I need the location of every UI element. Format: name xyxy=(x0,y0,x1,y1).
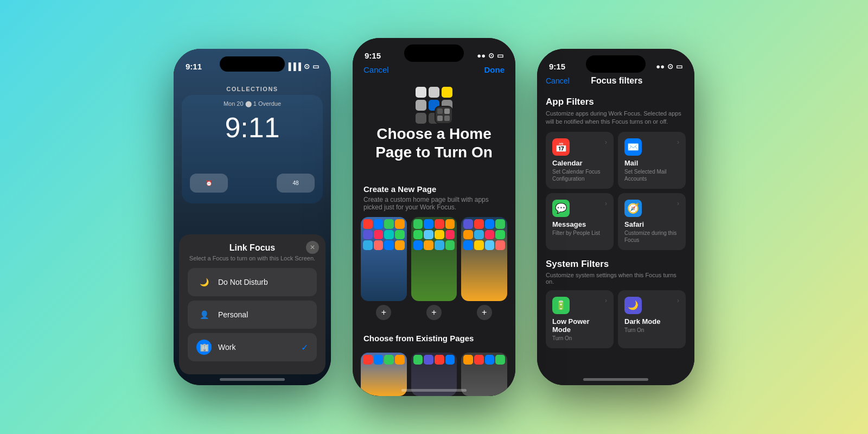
signal-icon-center: ●● xyxy=(477,52,486,60)
lock-time: 9:11 xyxy=(225,111,279,144)
mail-filter-name: Mail xyxy=(624,159,679,167)
phone-center: 9:15 ●● ⊙ ▭ Cancel Done xyxy=(353,38,515,396)
svg-rect-6 xyxy=(416,113,426,124)
svg-rect-12 xyxy=(437,116,443,121)
safari-filter-card[interactable]: 🧭 Safari Customize during this Focus › xyxy=(618,193,686,250)
left-screen: 9:11 ▐▐▐ ⊙ ▭ COLLECTIONS Mon 20 ⬤ 1 Over… xyxy=(174,49,331,385)
focus-option-personal[interactable]: 👤 Personal xyxy=(188,301,317,329)
choose-title: Choose a Home Page to Turn On xyxy=(363,125,505,161)
add-page-button-2[interactable]: + xyxy=(426,305,442,320)
plus-btn-2-container: + xyxy=(411,305,457,320)
battery-icon-left: ▭ xyxy=(312,62,319,71)
focus-option-work[interactable]: 🏢 Work ✓ xyxy=(188,333,317,361)
create-section: Create a New Page Create a custom home p… xyxy=(363,184,505,211)
wifi-icon-right: ⊙ xyxy=(667,62,673,71)
dynamic-island-right xyxy=(586,55,646,73)
low-power-filter-desc: Turn On xyxy=(552,335,607,342)
messages-chevron-icon: › xyxy=(605,200,607,207)
work-checkmark: ✓ xyxy=(301,342,308,353)
safari-filter-icon: 🧭 xyxy=(624,200,642,217)
existing-thumb-3[interactable] xyxy=(461,353,507,396)
mail-filter-icon: ✉️ xyxy=(624,138,642,156)
status-icons-left: ▐▐▐ ⊙ ▭ xyxy=(286,62,319,71)
low-power-filter-name: Low Power Mode xyxy=(552,317,607,334)
dark-mode-filter-card[interactable]: 🌙 Dark Mode Turn On › xyxy=(618,290,686,348)
time-right: 9:15 xyxy=(549,62,565,71)
signal-icon-left: ▐▐▐ xyxy=(286,62,301,71)
svg-rect-11 xyxy=(444,108,450,114)
dnd-label: Do Not Disturb xyxy=(218,278,308,286)
svg-rect-10 xyxy=(437,108,443,114)
svg-rect-3 xyxy=(416,100,426,111)
modal-title: Link Focus xyxy=(188,243,317,253)
calendar-filter-desc: Set Calendar Focus Configuration xyxy=(552,168,607,182)
ff-title: Focus filters xyxy=(591,76,642,86)
home-indicator-center xyxy=(401,389,467,392)
existing-thumb-1[interactable] xyxy=(361,353,407,396)
system-filters-desc: Customize system settings when this Focu… xyxy=(546,272,686,285)
lock-widget-2: 48 xyxy=(277,174,315,193)
ff-cancel-button[interactable]: Cancel xyxy=(546,76,570,85)
lock-widget-1: ⏰ xyxy=(190,174,228,193)
dark-mode-filter-name: Dark Mode xyxy=(624,317,679,326)
messages-filter-name: Messages xyxy=(552,220,607,228)
create-section-desc: Create a custom home page built with app… xyxy=(363,196,505,211)
low-power-filter-card[interactable]: 🔋 Low Power Mode Turn On › xyxy=(546,290,614,348)
time-center: 9:15 xyxy=(365,51,381,60)
mail-chevron-icon: › xyxy=(677,138,679,146)
existing-section: Choose from Existing Pages xyxy=(363,334,505,345)
calendar-filter-name: Calendar xyxy=(552,159,607,167)
create-section-title: Create a New Page xyxy=(363,184,505,194)
notch-left xyxy=(220,56,285,72)
battery-icon-center: ▭ xyxy=(497,52,503,60)
dynamic-island-center xyxy=(404,44,464,62)
messages-filter-desc: Filter by People List xyxy=(552,229,607,237)
svg-rect-13 xyxy=(444,116,450,121)
low-power-chevron-icon: › xyxy=(605,297,607,304)
app-filters-desc: Customize apps during Work Focus. Select… xyxy=(546,110,686,126)
personal-icon: 👤 xyxy=(196,307,212,322)
phone-right: 9:15 ●● ⊙ ▭ Cancel Focus filters App Fil… xyxy=(537,49,694,385)
calendar-filter-card[interactable]: 📅 Calendar Set Calendar Focus Configurat… xyxy=(546,132,614,189)
plus-buttons-row: + + + xyxy=(361,305,507,320)
time-left: 9:11 xyxy=(186,62,202,71)
dnd-icon: 🌙 xyxy=(196,275,212,290)
status-icons-right: ●● ⊙ ▭ xyxy=(656,62,682,71)
lock-widgets: ⏰ 48 xyxy=(190,174,315,193)
system-filters-grid: 🔋 Low Power Mode Turn On › 🌙 Dark Mode T… xyxy=(546,290,686,348)
home-indicator-left xyxy=(220,378,285,381)
center-screen: 9:15 ●● ⊙ ▭ Cancel Done xyxy=(353,38,515,396)
battery-icon-right: ▭ xyxy=(676,62,682,71)
dark-mode-filter-desc: Turn On xyxy=(624,327,679,334)
existing-section-title: Choose from Existing Pages xyxy=(363,334,505,343)
hero-icon-container xyxy=(414,86,454,125)
safari-filter-name: Safari xyxy=(624,220,679,228)
plus-btn-3-container: + xyxy=(461,305,507,320)
signal-icon-right: ●● xyxy=(656,62,665,71)
mail-filter-card[interactable]: ✉️ Mail Set Selected Mail Accounts › xyxy=(618,132,686,189)
messages-filter-card[interactable]: 💬 Messages Filter by People List › xyxy=(546,193,614,250)
safari-chevron-icon: › xyxy=(677,200,679,207)
add-page-button-3[interactable]: + xyxy=(477,305,492,320)
thumbnail-3[interactable] xyxy=(461,217,507,301)
battery-filter-icon: 🔋 xyxy=(552,297,570,314)
thumbnail-1[interactable] xyxy=(361,217,407,301)
add-page-button-1[interactable]: + xyxy=(376,305,391,320)
mail-filter-desc: Set Selected Mail Accounts xyxy=(624,168,679,182)
dark-mode-chevron-icon: › xyxy=(677,297,679,304)
link-focus-modal: Link Focus ✕ Select a Focus to turn on w… xyxy=(179,234,326,374)
calendar-filter-icon: 📅 xyxy=(552,138,570,156)
lock-screen-preview: Mon 20 ⬤ 1 Overdue 9:11 ⏰ 48 xyxy=(182,95,323,203)
system-filters-title: System Filters xyxy=(546,259,686,270)
safari-filter-desc: Customize during this Focus xyxy=(624,229,679,244)
wifi-icon-center: ⊙ xyxy=(488,52,494,60)
focus-option-dnd[interactable]: 🌙 Do Not Disturb xyxy=(188,268,317,296)
center-done-button[interactable]: Done xyxy=(484,65,505,74)
modal-close-button[interactable]: ✕ xyxy=(306,241,319,254)
thumbnail-2[interactable] xyxy=(411,217,457,301)
app-filters-title: App Filters xyxy=(546,97,686,107)
darkmode-filter-icon: 🌙 xyxy=(624,297,642,314)
center-cancel-button[interactable]: Cancel xyxy=(363,65,389,74)
svg-rect-2 xyxy=(442,87,452,98)
svg-rect-1 xyxy=(429,87,439,98)
